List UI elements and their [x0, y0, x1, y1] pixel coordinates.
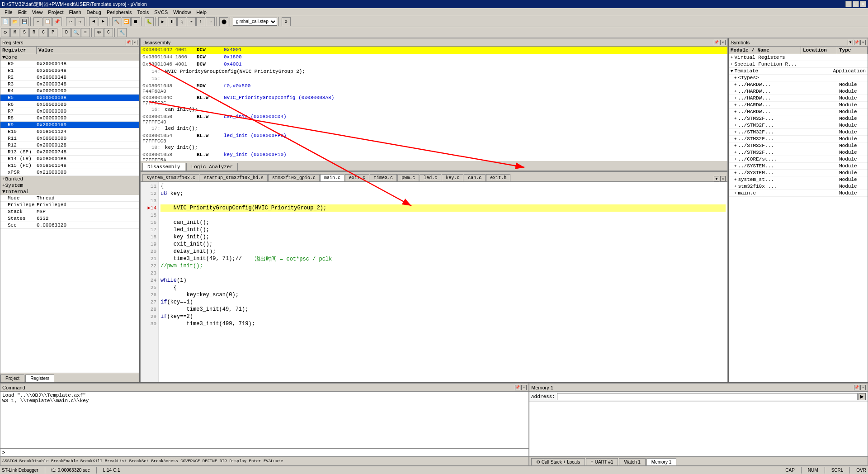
watch-btn[interactable]: 👁 [94, 28, 104, 37]
menu-peripherals[interactable]: Peripherals [104, 9, 135, 15]
build-btn[interactable]: 🔨 [112, 17, 121, 26]
menu-edit[interactable]: Edit [15, 9, 29, 15]
reg-r5[interactable]: R5 0x00000038 [0, 95, 139, 101]
sym-stm32-6[interactable]: +../STM32F... Module [729, 149, 868, 156]
internal-group[interactable]: ▼ Internal [0, 189, 139, 195]
reg-btn[interactable]: R [29, 28, 38, 37]
sym-system-st[interactable]: +system_st... Module [729, 176, 868, 183]
zoom-btn[interactable]: 🔍 [71, 28, 80, 37]
tab-main[interactable]: main.c [320, 174, 344, 181]
disasm-close-btn[interactable]: × [720, 40, 726, 45]
window-controls[interactable]: _ □ × [845, 1, 866, 7]
tab-time3[interactable]: time3.c [370, 174, 397, 181]
code-tab-controls[interactable]: ▼ × [714, 176, 726, 181]
cmd-close-btn[interactable]: × [521, 385, 527, 390]
sym-mainc[interactable]: +main.c Module [729, 190, 868, 197]
sym-stm32f10x[interactable]: +stm32f10x_... Module [729, 183, 868, 190]
menu-window[interactable]: Window [170, 9, 193, 15]
periph-btn[interactable]: P [48, 28, 57, 37]
mem-btn[interactable]: M [10, 28, 19, 37]
reg-r0[interactable]: R0 0x20000148 [0, 61, 139, 67]
code-close-btn[interactable]: × [720, 176, 726, 181]
reg-r11[interactable]: R11 0x00000000 [0, 135, 139, 142]
menu-help[interactable]: Help [193, 9, 209, 15]
sym-template[interactable]: ▼Template Application [729, 68, 868, 75]
project-tab[interactable]: Project [0, 374, 24, 382]
mem-header-btns[interactable]: 📌 × [854, 385, 866, 390]
sym-stm32-4[interactable]: +../STM32F... Module [729, 136, 868, 142]
sym-special-func[interactable]: +Special Function R... [729, 61, 868, 68]
tab-led[interactable]: led.c [420, 174, 441, 181]
reg-r13[interactable]: R13 (SP) 0x20000748 [0, 149, 139, 156]
save-btn[interactable]: 💾 [20, 17, 29, 26]
reg-r2[interactable]: R2 0x20000348 [0, 74, 139, 81]
call-stack-tab[interactable]: ⚙ Call Stack + Locals [531, 458, 585, 465]
command-input-area[interactable]: > [0, 448, 528, 456]
reg-xpsr[interactable]: xPSR 0x21000000 [0, 169, 139, 176]
reg-r10[interactable]: R10 0x08001124 [0, 128, 139, 135]
menu-tools[interactable]: Tools [135, 9, 152, 15]
minimize-btn[interactable]: _ [845, 1, 852, 7]
banked-group[interactable]: + Banked [0, 176, 139, 182]
step-btn[interactable]: ⤵ [177, 17, 186, 26]
target-combo[interactable]: gimbal_cali.stepgimbal_cali.step [233, 18, 277, 26]
reset-btn[interactable]: ⟳ [1, 28, 10, 37]
reg-r14[interactable]: R14 (LR) 0x080001B8 [0, 156, 139, 162]
call-btn[interactable]: C [104, 28, 113, 37]
tab-key[interactable]: key.c [442, 174, 463, 181]
reg-r15[interactable]: R15 (PC) 0x08001048 [0, 162, 139, 169]
sym-hardw-4[interactable]: +../HARDW... Module [729, 102, 868, 109]
src-btn[interactable]: ≡ [81, 28, 90, 37]
sym-btn[interactable]: S [20, 28, 29, 37]
tab-startup[interactable]: startup_stm32f10x_hd.s [200, 174, 268, 181]
disasm-tab-disassembly[interactable]: Disassembly [142, 163, 185, 171]
settings-btn[interactable]: ⚙ [282, 17, 291, 26]
sym-hardw-5[interactable]: +../HARDW... Module [729, 109, 868, 115]
disasm-pin-btn[interactable]: 📌 [714, 40, 719, 45]
sym-system-2[interactable]: +../SYSTEM... Module [729, 170, 868, 176]
paste-btn[interactable]: 📌 [52, 17, 61, 26]
registers-tab[interactable]: Registers [25, 374, 54, 382]
sym-virtual-regs[interactable]: +Virtual Registers [729, 54, 868, 61]
tab-system[interactable]: system_stm32f10x.c [142, 174, 199, 181]
sym-hardw-2[interactable]: +../HARDW... Module [729, 88, 868, 95]
fwd-btn[interactable]: ► [99, 17, 108, 26]
tools2-btn[interactable]: 🔧 [118, 28, 127, 37]
menu-view[interactable]: View [29, 9, 46, 15]
registers-titlebar-btns[interactable]: 📌 × [126, 40, 137, 45]
reg-r4[interactable]: R4 0x00000000 [0, 88, 139, 95]
menu-project[interactable]: Project [45, 9, 66, 15]
memory-addr-go-btn[interactable]: ▶ [859, 393, 866, 400]
tab-exit[interactable]: exit.c [345, 174, 369, 181]
symbols-tree[interactable]: +Virtual Registers +Special Function R..… [729, 54, 868, 382]
tab-pwm[interactable]: pwm.c [397, 174, 419, 181]
symbols-pin-btn[interactable]: 📌 [854, 40, 859, 45]
sym-stm32-2[interactable]: +../STM32F... Module [729, 122, 868, 129]
stepout-btn[interactable]: ↑ [196, 17, 205, 26]
stepover-btn[interactable]: ↷ [187, 17, 196, 26]
reg-r9[interactable]: R9 0x20000169 [0, 122, 139, 128]
disasm-tab-logic[interactable]: Logic Analyzer [186, 163, 238, 171]
reg-r7[interactable]: R7 0x00000000 [0, 108, 139, 115]
back-btn[interactable]: ◄ [89, 17, 98, 26]
code-expand-btn[interactable]: ▼ [714, 176, 719, 181]
sym-core[interactable]: +../CORE/st... Module [729, 156, 868, 163]
registers-tree[interactable]: ▼ Core R0 0x20000148 R1 0x20000348 R2 0x… [0, 54, 139, 373]
menu-file[interactable]: File [2, 9, 15, 15]
core-group[interactable]: ▼ Core [0, 54, 139, 61]
sym-stm32-1[interactable]: +../STM32F... Module [729, 115, 868, 122]
cmd-pin-btn[interactable]: 📌 [515, 385, 520, 390]
close-btn[interactable]: × [860, 1, 866, 7]
cut-btn[interactable]: ✂ [33, 17, 42, 26]
memory-address-input[interactable] [557, 393, 858, 400]
copy-btn[interactable]: 📋 [43, 17, 52, 26]
maximize-btn[interactable]: □ [853, 1, 859, 7]
open-btn[interactable]: 📂 [10, 17, 19, 26]
watch-tab[interactable]: Watch 1 [619, 458, 645, 465]
tab-can[interactable]: can.c [464, 174, 486, 181]
rebuild-btn[interactable]: 🔁 [122, 17, 131, 26]
sym-hardw-1[interactable]: +../HARDW... Module [729, 81, 868, 88]
memory1-tab[interactable]: Memory 1 [646, 458, 676, 465]
reg-r8[interactable]: R8 0x00000000 [0, 115, 139, 122]
dbg2-btn[interactable]: D [62, 28, 71, 37]
